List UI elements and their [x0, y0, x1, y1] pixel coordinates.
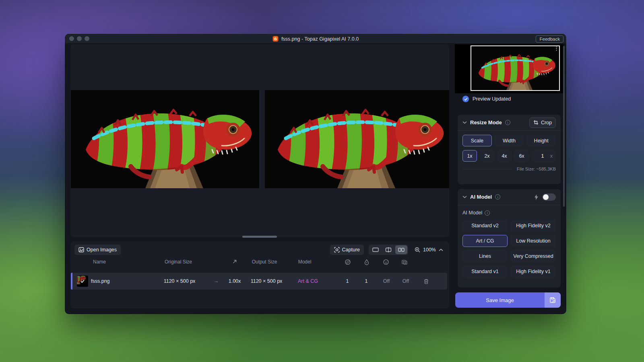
preview-image-view[interactable]: [265, 90, 449, 188]
file-row-fsss[interactable]: fsss.png 1120 × 500 px → 1.00x 1120 × 50…: [72, 273, 447, 290]
divider: [462, 169, 513, 169]
single-view-icon: [372, 247, 379, 252]
desktop-wallpaper: G fsss.png - Topaz Gigapixel AI 7.0.0 Fe…: [0, 0, 644, 362]
original-image-view[interactable]: [71, 90, 259, 188]
preview-status: Preview Updated: [462, 96, 511, 102]
window-title-area: G fsss.png - Topaz Gigapixel AI 7.0.0: [65, 34, 566, 44]
kebab-menu-icon[interactable]: ⋮: [554, 47, 558, 50]
app-window: G fsss.png - Topaz Gigapixel AI 7.0.0 Fe…: [65, 34, 566, 314]
ai-model-title: AI Model: [470, 194, 492, 200]
denoise-value: 1: [346, 273, 349, 290]
chevron-down-icon[interactable]: [462, 195, 467, 198]
header-output-size: Output Size: [252, 259, 277, 265]
trash-icon: [423, 278, 429, 284]
denoise-column-icon: [345, 259, 351, 265]
arrow-right-icon: →: [214, 273, 219, 290]
custom-scale-value[interactable]: 1: [535, 153, 550, 159]
panel-resize-handle[interactable]: [242, 236, 277, 238]
delete-file-button[interactable]: [423, 273, 429, 290]
open-images-label: Open Images: [87, 247, 117, 253]
feedback-button[interactable]: Feedback: [536, 35, 564, 43]
auto-model-toggle[interactable]: [542, 193, 556, 201]
image-canvas[interactable]: [70, 44, 449, 237]
model-standard-v2[interactable]: Standard v2: [462, 220, 508, 232]
resize-mode-title: Resize Mode: [470, 119, 502, 125]
model-high-fidelity-v2[interactable]: High Fidelity v2: [511, 220, 556, 232]
lightning-icon: [534, 194, 539, 200]
model-lines[interactable]: Lines: [462, 250, 508, 262]
model-standard-v1[interactable]: Standard v1: [462, 265, 508, 278]
split-view-icon: [385, 247, 392, 253]
titlebar: G fsss.png - Topaz Gigapixel AI 7.0.0 Fe…: [65, 34, 566, 44]
face-recovery-value: Off: [383, 273, 390, 290]
file-name: fsss.png: [91, 273, 110, 290]
scale-1x-button[interactable]: 1x: [462, 150, 477, 162]
info-icon[interactable]: i: [505, 120, 510, 125]
window-title: fsss.png - Topaz Gigapixel AI 7.0.0: [281, 36, 359, 42]
selected-check-icon[interactable]: [77, 276, 88, 287]
gamma-value: Off: [402, 273, 409, 290]
model-high-fidelity-v1[interactable]: High Fidelity v1: [511, 265, 556, 278]
model-grid: Standard v2 High Fidelity v2 Art / CG Lo…: [462, 220, 556, 278]
save-options-button[interactable]: [545, 292, 561, 308]
scale-6x-button[interactable]: 6x: [514, 150, 529, 162]
capture-button[interactable]: Capture: [330, 245, 364, 255]
model-value: Art & CG: [298, 273, 318, 290]
tab-width[interactable]: Width: [495, 135, 524, 146]
gigapixel-logo-icon: G: [272, 36, 279, 42]
resize-arrow-icon: [232, 259, 237, 264]
resize-mode-section: Resize Mode i Crop Scale Width Height 1x…: [458, 115, 561, 184]
scale-factor-value: 1.00x: [229, 273, 241, 290]
zoom-control[interactable]: 100%: [413, 247, 445, 253]
custom-scale-input[interactable]: 1 x: [532, 150, 556, 162]
canvas-toolbar: Capture 100%: [330, 245, 445, 255]
header-name: Name: [93, 259, 106, 265]
side-by-side-view-button[interactable]: [395, 245, 407, 254]
crop-label: Crop: [541, 120, 552, 125]
tab-scale[interactable]: Scale: [462, 135, 492, 146]
save-image-label[interactable]: Save Image: [455, 292, 545, 308]
single-view-button[interactable]: [369, 245, 382, 254]
output-size-value: 1120 × 500 px: [251, 273, 283, 290]
zoom-in-icon: [415, 247, 420, 253]
split-view-button[interactable]: [382, 245, 394, 254]
sidebar-scrollbar[interactable]: [563, 46, 565, 207]
file-table-header: Name Original Size Output Size Model: [70, 259, 449, 265]
save-plus-icon: [549, 297, 556, 303]
zoom-level-value[interactable]: 100%: [423, 247, 436, 253]
info-icon[interactable]: i: [495, 194, 500, 200]
header-original-size: Original Size: [165, 259, 192, 265]
gamma-column-icon: [402, 259, 408, 265]
preview-navigator: ⋮: [455, 44, 564, 93]
ai-model-section: AI Model i AI Model i Standard v2 High F…: [458, 189, 561, 288]
chevron-down-icon[interactable]: [462, 121, 467, 124]
model-art-cg[interactable]: Art / CG: [462, 235, 508, 247]
view-mode-group: [369, 245, 408, 255]
header-model: Model: [298, 259, 312, 265]
image-icon: [78, 247, 84, 253]
deblur-value: 1: [365, 273, 368, 290]
model-low-resolution[interactable]: Low Resolution: [511, 235, 556, 247]
crop-icon: [533, 120, 539, 125]
chevron-up-icon[interactable]: [439, 249, 443, 251]
tab-height[interactable]: Height: [526, 135, 556, 146]
scale-2x-button[interactable]: 2x: [480, 150, 494, 162]
scale-presets: 1x 2x 4x 6x 1 x: [462, 150, 556, 162]
scale-4x-button[interactable]: 4x: [497, 150, 512, 162]
crop-button[interactable]: Crop: [529, 117, 556, 128]
file-size-row: File Size: ~585,3KB: [462, 167, 556, 171]
face-recovery-column-icon: [383, 259, 389, 265]
open-images-button[interactable]: Open Images: [74, 245, 121, 255]
ai-model-header[interactable]: AI Model i: [458, 189, 561, 205]
info-icon[interactable]: i: [485, 210, 490, 216]
preview-updated-check-icon: [462, 96, 469, 102]
original-size-value: 1120 × 500 px: [164, 273, 196, 290]
preview-thumbnail[interactable]: ⋮: [471, 45, 560, 91]
save-image-button[interactable]: Save Image: [455, 292, 561, 308]
model-very-compressed[interactable]: Very Compressed: [511, 250, 556, 262]
resize-mode-tabs: Scale Width Height: [462, 135, 556, 146]
resize-mode-header[interactable]: Resize Mode i Crop: [458, 115, 561, 131]
images-panel: Open Images Capture: [70, 241, 449, 309]
toggle-knob: [543, 194, 549, 200]
file-size-estimate: File Size: ~585,3KB: [517, 167, 556, 171]
